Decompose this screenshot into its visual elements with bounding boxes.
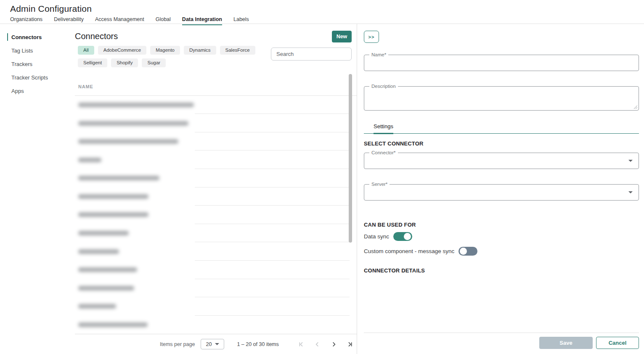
sidebar-item-tag-lists[interactable]: Tag Lists (0, 44, 75, 57)
last-page-icon (346, 341, 353, 348)
redacted-connector-name (78, 267, 137, 272)
sidebar-item-label: Tag Lists (11, 48, 33, 54)
chevron-down-icon (628, 191, 633, 193)
sidebar-item-apps[interactable]: Apps (0, 84, 75, 98)
redacted-connector-name (78, 212, 148, 217)
next-page-button[interactable] (329, 339, 339, 349)
filter-chip-salesforce[interactable]: SalesForce (220, 46, 255, 55)
name-field[interactable]: Name* (364, 55, 639, 71)
description-input[interactable] (364, 87, 639, 110)
tab-data-integration[interactable]: Data Integration (182, 16, 222, 25)
new-button[interactable]: New (332, 31, 352, 42)
page-size-value: 20 (206, 341, 212, 347)
previous-page-button[interactable] (313, 339, 323, 349)
tab-settings[interactable]: Settings (374, 123, 393, 133)
panel-tabs: Settings (364, 123, 639, 134)
sidebar-item-trackers[interactable]: Trackers (0, 57, 75, 71)
redacted-connector-name (78, 304, 116, 309)
custom-component-toggle[interactable] (458, 247, 477, 256)
items-per-page-label: Items per page (160, 341, 195, 347)
redacted-connector-name (78, 176, 159, 180)
page-size-select[interactable]: 20 (201, 339, 224, 349)
table-row[interactable] (75, 96, 357, 114)
indicator-bar (7, 74, 8, 81)
chevron-down-icon (628, 160, 633, 162)
table-row[interactable] (75, 151, 357, 169)
table-row[interactable] (75, 316, 357, 334)
custom-component-row: Custom component - message sync (364, 247, 639, 256)
tab-labels[interactable]: Labels (233, 16, 249, 25)
scrollbar-thumb[interactable] (349, 74, 352, 243)
sidebar-item-connectors[interactable]: Connectors (0, 30, 75, 44)
header-tabs: Organizations Deliverability Access Mana… (10, 16, 644, 25)
table-row[interactable] (75, 279, 357, 298)
search-input[interactable] (276, 51, 350, 57)
description-field-label: Description (369, 84, 398, 89)
filter-chip-magento[interactable]: Magento (150, 46, 180, 55)
name-field-label: Name* (369, 52, 388, 57)
section-title: Connectors (75, 32, 118, 41)
resize-handle-icon[interactable] (633, 105, 637, 109)
table-body (75, 96, 357, 335)
previous-page-icon (314, 341, 321, 348)
data-sync-row: Data sync (364, 232, 639, 241)
data-sync-label: Data sync (364, 233, 389, 240)
filter-chip-sugar[interactable]: Sugar (142, 58, 166, 67)
table-row[interactable] (75, 224, 357, 243)
sidebar-item-tracker-scripts[interactable]: Tracker Scripts (0, 71, 75, 84)
filter-chip-all[interactable]: All (78, 46, 94, 55)
first-page-icon (298, 341, 305, 348)
tab-access-management[interactable]: Access Management (95, 16, 144, 25)
active-indicator-bar (7, 33, 8, 41)
last-page-button[interactable] (345, 339, 355, 349)
table-row[interactable] (75, 132, 357, 151)
sidebar: Connectors Tag Lists Trackers Tracker Sc… (0, 24, 75, 354)
toggle-knob (460, 248, 467, 255)
table-row[interactable] (75, 188, 357, 206)
table-row[interactable] (75, 242, 357, 261)
name-input[interactable] (364, 55, 639, 71)
pagination-bar: Items per page 20 1 – 20 of 30 items (75, 334, 357, 354)
filter-chip-dynamics[interactable]: Dynamics (184, 46, 216, 55)
connector-detail-panel: >> Name* Description Settings SELECT CON… (357, 24, 644, 354)
table-row[interactable] (75, 261, 357, 279)
select-connector-heading: SELECT CONNECTOR (364, 140, 639, 147)
connectors-table: NAME (75, 78, 357, 335)
column-header-name: NAME (78, 84, 93, 89)
sidebar-item-label: Trackers (11, 61, 32, 67)
filter-chip-shopify[interactable]: Shopify (111, 58, 138, 67)
connector-select[interactable]: Connector* (364, 153, 639, 169)
redacted-connector-name (78, 121, 188, 126)
filter-chip-adobecommerce[interactable]: AdobeCommerce (98, 46, 146, 55)
cancel-button[interactable]: Cancel (596, 337, 639, 349)
table-row[interactable] (75, 297, 357, 316)
chevron-down-icon (215, 343, 219, 345)
tab-deliverability[interactable]: Deliverability (54, 16, 84, 25)
search-box[interactable] (271, 48, 352, 61)
pagination-range-label: 1 – 20 of 30 items (237, 341, 278, 347)
sidebar-item-label: Apps (11, 88, 24, 94)
tab-global[interactable]: Global (156, 16, 171, 25)
tab-organizations[interactable]: Organizations (10, 16, 42, 25)
next-page-icon (330, 341, 337, 348)
redacted-connector-name (78, 231, 129, 235)
indicator-bar (7, 47, 8, 54)
redacted-connector-name (78, 286, 134, 291)
redacted-connector-name (78, 139, 178, 144)
table-row[interactable] (75, 114, 357, 132)
connector-details-heading: CONNECTOR DETAILS (364, 267, 639, 274)
first-page-button[interactable] (297, 339, 307, 349)
data-sync-toggle[interactable] (393, 232, 412, 241)
table-row[interactable] (75, 206, 357, 224)
redacted-connector-name (78, 103, 194, 107)
redacted-connector-name (78, 322, 148, 327)
filter-chip-selligent[interactable]: Selligent (78, 58, 107, 67)
table-row[interactable] (75, 169, 357, 188)
redacted-connector-name (78, 194, 148, 199)
collapse-panel-button[interactable]: >> (364, 31, 379, 43)
description-field[interactable]: Description (364, 86, 639, 111)
save-button[interactable]: Save (539, 337, 593, 349)
redacted-connector-name (78, 249, 119, 254)
sidebar-item-label: Connectors (11, 34, 42, 40)
server-select[interactable]: Server* (364, 184, 639, 201)
